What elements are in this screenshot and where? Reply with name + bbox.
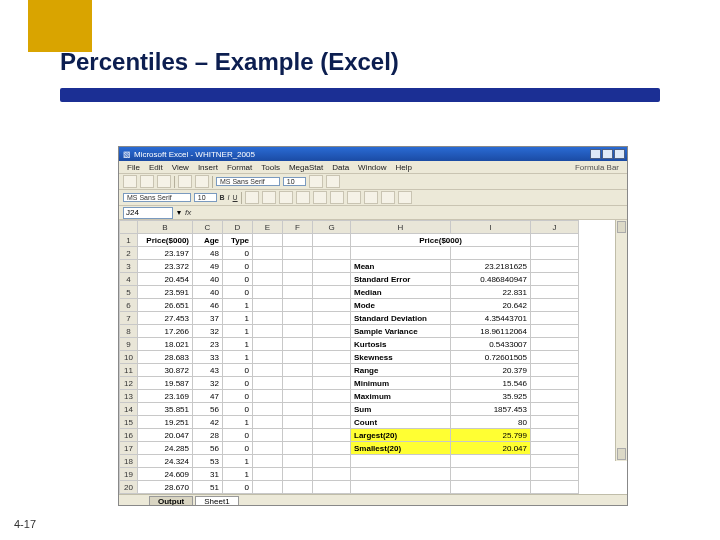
col-header[interactable]: I: [451, 221, 531, 234]
cell[interactable]: [531, 481, 579, 494]
toolbar-button[interactable]: [381, 191, 395, 204]
toolbar-button[interactable]: [296, 191, 310, 204]
cell[interactable]: [283, 429, 313, 442]
menu-tools[interactable]: Tools: [261, 163, 280, 172]
cell[interactable]: 0: [223, 442, 253, 455]
cell[interactable]: 24.324: [138, 455, 193, 468]
toolbar-button[interactable]: [364, 191, 378, 204]
menu-edit[interactable]: Edit: [149, 163, 163, 172]
col-header[interactable]: G: [313, 221, 351, 234]
cell[interactable]: [313, 377, 351, 390]
cell[interactable]: [253, 338, 283, 351]
cell[interactable]: 26.651: [138, 299, 193, 312]
cell[interactable]: 1: [223, 312, 253, 325]
bold-button[interactable]: B: [220, 194, 225, 201]
cell[interactable]: 19.587: [138, 377, 193, 390]
stat-label-cell[interactable]: Largest(20): [351, 429, 451, 442]
cell[interactable]: [253, 325, 283, 338]
stat-value-cell[interactable]: 0.486840947: [451, 273, 531, 286]
cell[interactable]: 56: [193, 403, 223, 416]
stat-label-cell[interactable]: Standard Deviation: [351, 312, 451, 325]
cell[interactable]: 0: [223, 429, 253, 442]
cell[interactable]: [531, 273, 579, 286]
cell[interactable]: 27.453: [138, 312, 193, 325]
cell[interactable]: 0: [223, 481, 253, 494]
row-header[interactable]: 11: [120, 364, 138, 377]
cell[interactable]: 37: [193, 312, 223, 325]
menu-view[interactable]: View: [172, 163, 189, 172]
cell[interactable]: 28.683: [138, 351, 193, 364]
cell[interactable]: Age: [193, 234, 223, 247]
stat-value-cell[interactable]: 15.546: [451, 377, 531, 390]
cell[interactable]: 17.266: [138, 325, 193, 338]
row-header[interactable]: 19: [120, 468, 138, 481]
cell[interactable]: [283, 338, 313, 351]
col-header[interactable]: D: [223, 221, 253, 234]
cell[interactable]: [451, 247, 531, 260]
toolbar-button[interactable]: [313, 191, 327, 204]
row-header[interactable]: 14: [120, 403, 138, 416]
font-select-2[interactable]: MS Sans Serif: [123, 193, 191, 202]
cell[interactable]: 1: [223, 468, 253, 481]
cell[interactable]: 18.021: [138, 338, 193, 351]
stat-label-cell[interactable]: Maximum: [351, 390, 451, 403]
toolbar-button[interactable]: [140, 175, 154, 188]
stat-value-cell[interactable]: 20.379: [451, 364, 531, 377]
stat-label-cell[interactable]: Mean: [351, 260, 451, 273]
stat-label-cell[interactable]: Median: [351, 286, 451, 299]
cell[interactable]: [351, 455, 451, 468]
stat-value-cell[interactable]: 18.96112064: [451, 325, 531, 338]
cell[interactable]: 20.047: [138, 429, 193, 442]
stat-label-cell[interactable]: Range: [351, 364, 451, 377]
toolbar-button[interactable]: [309, 175, 323, 188]
cell[interactable]: [283, 377, 313, 390]
cell[interactable]: [531, 247, 579, 260]
menu-data[interactable]: Data: [332, 163, 349, 172]
cell[interactable]: [313, 338, 351, 351]
cell[interactable]: [253, 364, 283, 377]
stat-value-cell[interactable]: 20.047: [451, 442, 531, 455]
stat-value-cell[interactable]: 25.799: [451, 429, 531, 442]
cell[interactable]: [531, 403, 579, 416]
cell[interactable]: [253, 377, 283, 390]
cell[interactable]: [283, 286, 313, 299]
row-header[interactable]: 7: [120, 312, 138, 325]
stat-label-cell[interactable]: Sample Variance: [351, 325, 451, 338]
cell[interactable]: 23.591: [138, 286, 193, 299]
cell[interactable]: [451, 481, 531, 494]
cell[interactable]: [313, 260, 351, 273]
cell[interactable]: [351, 481, 451, 494]
cell[interactable]: Price($000): [138, 234, 193, 247]
cell[interactable]: [253, 351, 283, 364]
cell[interactable]: [253, 429, 283, 442]
row-header[interactable]: 4: [120, 273, 138, 286]
cell[interactable]: [351, 468, 451, 481]
cell[interactable]: 1: [223, 416, 253, 429]
cell[interactable]: 35.851: [138, 403, 193, 416]
stat-value-cell[interactable]: 1857.453: [451, 403, 531, 416]
cell[interactable]: [531, 286, 579, 299]
row-header[interactable]: 5: [120, 286, 138, 299]
cell[interactable]: [531, 260, 579, 273]
cell[interactable]: 56: [193, 442, 223, 455]
stat-label-cell[interactable]: Count: [351, 416, 451, 429]
cell[interactable]: [313, 429, 351, 442]
cell[interactable]: 0: [223, 260, 253, 273]
cell[interactable]: [253, 273, 283, 286]
close-button[interactable]: [614, 149, 625, 159]
cell[interactable]: [283, 351, 313, 364]
stat-label-cell[interactable]: Smallest(20): [351, 442, 451, 455]
cell[interactable]: [313, 403, 351, 416]
cell[interactable]: [283, 312, 313, 325]
cell[interactable]: [313, 468, 351, 481]
menu-help[interactable]: Help: [396, 163, 412, 172]
row-header[interactable]: 15: [120, 416, 138, 429]
cell[interactable]: 30.872: [138, 364, 193, 377]
cell[interactable]: [283, 260, 313, 273]
stat-value-cell[interactable]: 80: [451, 416, 531, 429]
cell[interactable]: 33: [193, 351, 223, 364]
cell[interactable]: [313, 299, 351, 312]
row-header[interactable]: 2: [120, 247, 138, 260]
cell[interactable]: [283, 455, 313, 468]
cell[interactable]: 42: [193, 416, 223, 429]
